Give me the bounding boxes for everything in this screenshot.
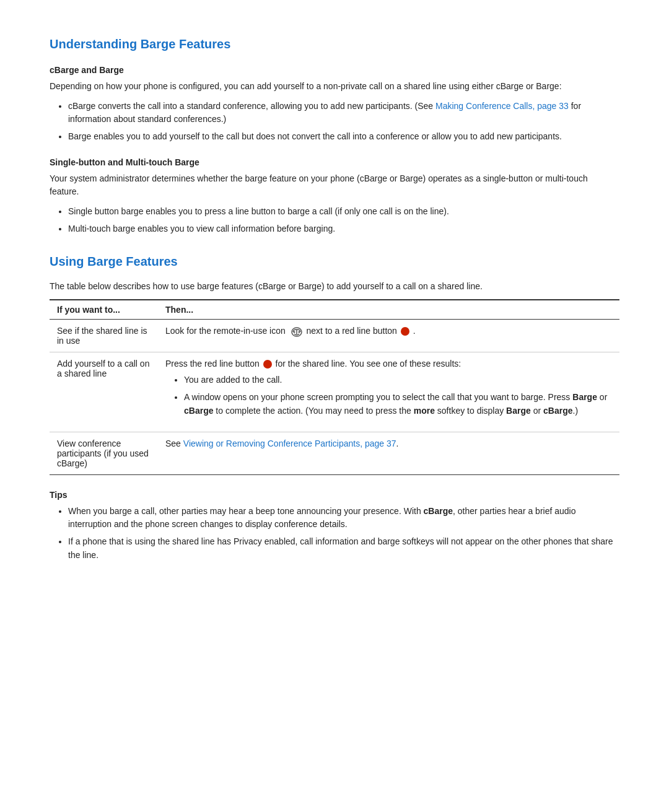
subsection2-intro: Your system administrator determines whe… (50, 172, 619, 199)
subsection1-intro: Depending on how your phone is configure… (50, 80, 619, 94)
svg-point-2 (298, 331, 300, 333)
barge-bold2: Barge (506, 406, 531, 416)
list-item: When you barge a call, other parties may… (68, 505, 619, 531)
row1-col2: Look for the remote-in-use icon (158, 320, 619, 352)
cbarge-bold-tip: cBarge (424, 506, 453, 516)
viewing-conference-link[interactable]: Viewing or Removing Conference Participa… (183, 439, 396, 448)
row3-col2-period: . (396, 439, 399, 448)
subsection1-bullets: cBarge converts the call into a standard… (68, 100, 619, 144)
section1-title: Understanding Barge Features (50, 37, 619, 51)
subsection1-heading: cBarge and Barge (50, 65, 619, 75)
conference-calls-link[interactable]: Making Conference Calls, page 33 (435, 101, 569, 111)
tip2: If a phone that is using the shared line… (68, 536, 613, 560)
table-header-row: If you want to... Then... (50, 300, 619, 320)
list-item: Multi-touch barge enables you to view ca… (68, 222, 619, 236)
bullet2-text: Barge enables you to add yourself to the… (68, 131, 562, 141)
row1-col2-text-after: next to a red line button (307, 326, 400, 336)
list-item: cBarge converts the call into a standard… (68, 100, 619, 126)
cbarge-bold: cBarge (184, 406, 213, 416)
row3-col1: View conference participants (if you use… (50, 432, 158, 474)
tips-heading: Tips (50, 490, 619, 500)
row2-bullet2: A window opens on your phone screen prom… (184, 392, 607, 416)
sub2-bullet2: Multi-touch barge enables you to view ca… (68, 224, 335, 234)
section-understanding-barge: Understanding Barge Features cBarge and … (50, 37, 619, 236)
page-wrap: { "page": { "number": "44", "doc_id": "O… (50, 37, 619, 812)
tips-section: Tips When you barge a call, other partie… (50, 490, 619, 562)
table-row: Add yourself to a call on a shared line … (50, 352, 619, 432)
subsection2-bullets: Single button barge enables you to press… (68, 205, 619, 235)
row2-col1-text: Add yourself to a call on a shared line (57, 359, 149, 378)
row1-col1-text: See if the shared line is in use (57, 326, 147, 346)
row1-col1: See if the shared line is in use (50, 320, 158, 352)
red-line-button-icon (401, 327, 409, 336)
list-item: You are added to the call. (184, 373, 612, 387)
row3-col1-text: View conference participants (if you use… (57, 439, 149, 468)
barge-bold: Barge (572, 392, 597, 402)
list-item: Single button barge enables you to press… (68, 205, 619, 219)
barge-table: If you want to... Then... See if the sha… (50, 299, 619, 474)
section-using-barge: Using Barge Features The table below des… (50, 255, 619, 475)
row1-col2-period: . (413, 326, 416, 336)
table-row: See if the shared line is in use Look fo… (50, 320, 619, 352)
bullet1-text-before: cBarge converts the call into a standard… (68, 101, 435, 111)
remote-in-use-icon (289, 326, 303, 337)
row2-col2-intro: Press the red line button (165, 359, 262, 369)
more-bold: more (414, 406, 435, 416)
sub2-bullet1: Single button barge enables you to press… (68, 206, 449, 216)
table-row: View conference participants (if you use… (50, 432, 619, 474)
row2-bullets: You are added to the call. A window open… (184, 373, 612, 417)
red-line-button-icon2 (263, 360, 272, 369)
row3-col2-prefix: See (165, 439, 183, 448)
list-item: Barge enables you to add yourself to the… (68, 130, 619, 144)
section2-intro: The table below describes how to use bar… (50, 280, 619, 294)
section2-title: Using Barge Features (50, 255, 619, 269)
list-item: A window opens on your phone screen prom… (184, 391, 612, 417)
row2-col2-intro-suffix: for the shared line. You see one of thes… (276, 359, 461, 369)
col2-header: Then... (158, 300, 619, 320)
row2-bullet1: You are added to the call. (184, 375, 282, 385)
subsection2-heading: Single-button and Multi-touch Barge (50, 157, 619, 167)
row2-col2: Press the red line button for the shared… (158, 352, 619, 432)
tips-bullets: When you barge a call, other parties may… (68, 505, 619, 562)
row2-col1: Add yourself to a call on a shared line (50, 352, 158, 432)
svg-point-3 (293, 331, 295, 333)
row3-col2: See Viewing or Removing Conference Parti… (158, 432, 619, 474)
cbarge-bold2: cBarge (543, 406, 572, 416)
row1-col2-text-before: Look for the remote-in-use icon (165, 326, 288, 336)
list-item: If a phone that is using the shared line… (68, 535, 619, 562)
col1-header: If you want to... (50, 300, 158, 320)
tip1: When you barge a call, other parties may… (68, 506, 576, 530)
